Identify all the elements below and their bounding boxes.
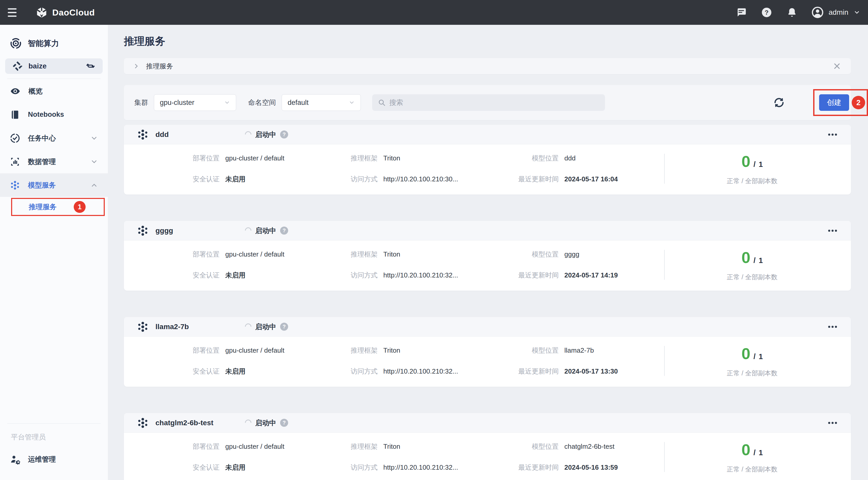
chat-icon[interactable] — [736, 7, 747, 18]
replica-total-count: 1 — [758, 160, 763, 169]
replica-caption: 正常 / 全部副本数 — [727, 369, 777, 377]
namespace-label: 命名空间 — [248, 98, 276, 107]
service-name: chatglm2-6b-test — [155, 419, 213, 427]
close-icon[interactable] — [832, 61, 842, 71]
updated-value: 2024-05-16 13:59 — [564, 464, 650, 472]
service-name: llama2-7b — [155, 323, 189, 331]
updated-label: 最近更新时间 — [515, 271, 559, 280]
replica-ready-count: 0 — [742, 248, 750, 267]
chevron-down-icon — [349, 99, 355, 106]
switch-workspace-icon[interactable] — [86, 61, 95, 71]
replica-caption: 正常 / 全部副本数 — [727, 465, 777, 474]
model-label: 模型位置 — [515, 250, 559, 259]
status-help-icon[interactable]: ? — [280, 131, 288, 138]
sidebar-item-task-center[interactable]: 任务中心 — [0, 126, 108, 150]
role-label: 平台管理员 — [0, 433, 108, 442]
breadcrumb-chevron-icon[interactable] — [133, 63, 140, 70]
service-card: gggg 启动中 ? 部署位置 gpu-cluster / default 推理… — [124, 221, 851, 290]
model-label: 模型位置 — [515, 346, 559, 355]
user-menu[interactable]: admin — [812, 6, 860, 18]
service-card-header: chatglm2-6b-test 启动中 ? — [124, 413, 851, 433]
auth-label: 安全认证 — [191, 175, 220, 184]
create-annotation-box: 创建 2 — [813, 89, 868, 116]
help-icon[interactable]: ? — [761, 7, 772, 18]
filter-bar: 集群 gpu-cluster 命名空间 default — [124, 85, 851, 120]
brand-name: DaoCloud — [52, 7, 95, 18]
status-help-icon[interactable]: ? — [280, 323, 288, 331]
replica-separator: / — [753, 448, 755, 457]
sidebar-item-label: 模型服务 — [28, 180, 56, 190]
workspace-selector[interactable]: baize — [5, 58, 103, 74]
status-help-icon[interactable]: ? — [280, 227, 288, 235]
eye-icon — [10, 86, 21, 97]
access-label: 访问方式 — [349, 463, 378, 472]
status-badge: 启动中 ? — [245, 418, 288, 427]
cluster-select-value: gpu-cluster — [160, 99, 194, 107]
framework-value: Triton — [383, 250, 509, 258]
namespace-select[interactable]: default — [282, 94, 361, 111]
product-switcher[interactable]: 智能算力 — [0, 36, 108, 50]
deploy-label: 部署位置 — [191, 346, 220, 355]
access-value[interactable]: http://10.20.100.210:32... — [383, 271, 509, 279]
cluster-label: 集群 — [134, 98, 148, 107]
chevron-down-icon — [224, 99, 230, 106]
replica-separator: / — [753, 160, 755, 169]
brand: DaoCloud — [36, 6, 95, 18]
sidebar-item-model-services[interactable]: 模型服务 — [0, 173, 108, 197]
updated-value: 2024-05-17 16:04 — [564, 175, 650, 183]
more-actions-icon[interactable] — [826, 131, 840, 138]
sidebar-item-label: 数据管理 — [28, 157, 56, 166]
annotation-badge-2: 2 — [852, 96, 865, 109]
model-value: ddd — [564, 154, 650, 162]
more-actions-icon[interactable] — [826, 419, 840, 426]
framework-value: Triton — [383, 154, 509, 162]
framework-value: Triton — [383, 443, 509, 451]
updated-value: 2024-05-17 13:30 — [564, 367, 650, 375]
access-value[interactable]: http://10.20.100.210:32... — [383, 464, 509, 472]
cluster-select[interactable]: gpu-cluster — [154, 94, 236, 111]
ai-compute-icon — [10, 37, 22, 49]
replica-separator: / — [753, 352, 755, 361]
replica-caption: 正常 / 全部副本数 — [727, 177, 777, 185]
status-text: 启动中 — [255, 226, 276, 235]
sidebar-item-label: 概览 — [28, 87, 42, 96]
updated-value: 2024-05-17 14:19 — [564, 271, 650, 279]
loading-spinner-icon — [244, 418, 253, 427]
sidebar-subitem-inference[interactable]: 推理服务 — [29, 202, 57, 212]
replica-ready-count: 0 — [742, 441, 750, 459]
loading-spinner-icon — [244, 322, 253, 331]
access-value[interactable]: http://10.20.100.210:30... — [383, 175, 509, 183]
auth-value: 未启用 — [225, 367, 343, 376]
more-actions-icon[interactable] — [826, 227, 840, 234]
replica-total-count: 1 — [758, 448, 763, 457]
service-card-header: ddd 启动中 ? — [124, 125, 851, 144]
service-card-header: gggg 启动中 ? — [124, 221, 851, 241]
status-text: 启动中 — [255, 130, 276, 139]
search-input[interactable] — [389, 99, 599, 107]
replica-ready-count: 0 — [742, 344, 750, 363]
task-check-icon — [10, 133, 20, 143]
auth-value: 未启用 — [225, 463, 343, 472]
service-card: chatglm2-6b-test 启动中 ? 部署位置 gpu-cluster … — [124, 413, 851, 480]
more-actions-icon[interactable] — [826, 323, 840, 331]
sidebar-item-ops-management[interactable]: 运维管理 — [0, 452, 108, 467]
replica-separator: / — [753, 256, 755, 265]
replica-zone: 0 / 1 正常 / 全部副本数 — [665, 441, 840, 474]
create-button[interactable]: 创建 — [819, 94, 849, 111]
sidebar-item-data-management[interactable]: 数据管理 — [0, 150, 108, 173]
status-badge: 启动中 ? — [245, 226, 288, 235]
sidebar-item-overview[interactable]: 概览 — [0, 79, 108, 103]
breadcrumb-item[interactable]: 推理服务 — [146, 62, 173, 71]
menu-toggle-icon[interactable] — [8, 5, 22, 20]
status-badge: 启动中 ? — [245, 130, 288, 139]
access-value[interactable]: http://10.20.100.210:32... — [383, 367, 509, 375]
deploy-label: 部署位置 — [191, 154, 220, 163]
status-help-icon[interactable]: ? — [280, 419, 288, 427]
service-name: gggg — [155, 227, 173, 235]
replica-zone: 0 / 1 正常 / 全部副本数 — [665, 248, 840, 281]
access-label: 访问方式 — [349, 271, 378, 280]
notifications-bell-icon[interactable] — [786, 7, 798, 18]
replica-caption: 正常 / 全部副本数 — [727, 273, 777, 281]
sidebar-item-notebooks[interactable]: Notebooks — [0, 103, 108, 126]
refresh-icon[interactable] — [772, 95, 786, 110]
